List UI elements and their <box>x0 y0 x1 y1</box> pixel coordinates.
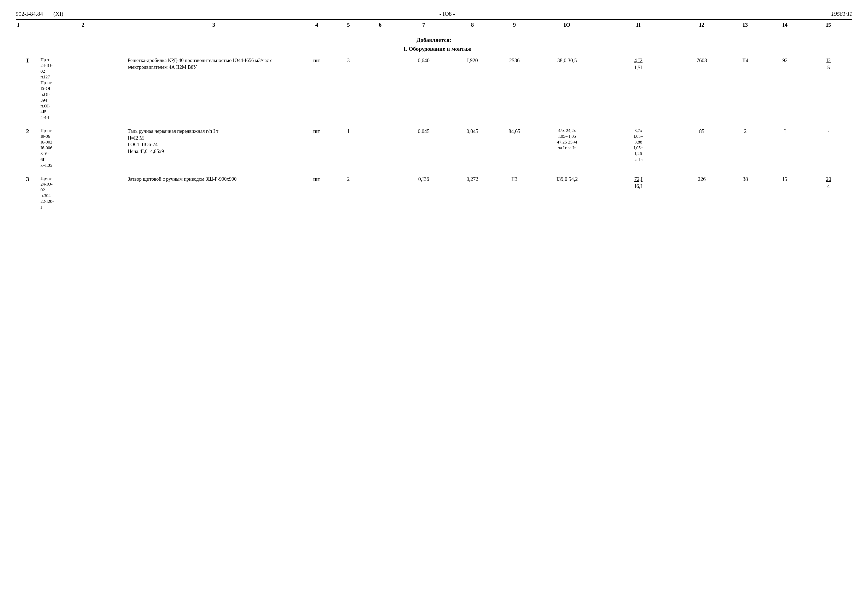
doc-number: 19581·11 <box>831 11 852 17</box>
desc-3: Затвор щитовой с ручным приводом ЗЩ-Р-90… <box>127 174 301 212</box>
subsection-header-text: I. Оборудование и монтаж <box>16 44 852 56</box>
col9-1: 2536 <box>493 56 535 122</box>
col-header-10: IO <box>535 20 599 30</box>
col13-1: II4 <box>726 56 765 122</box>
col-header-2: 2 <box>39 20 127 30</box>
page-number: - IO8 - <box>440 11 455 17</box>
section-header-row: Добавляется: <box>16 30 852 44</box>
qty-2: I <box>333 126 364 170</box>
col11-3: 72,II6,I <box>599 174 678 212</box>
col-header-9: 9 <box>493 20 535 30</box>
unit-2: шт <box>301 126 333 170</box>
col9-2: 84,65 <box>493 126 535 170</box>
col10-1: 38,0 30,5 <box>535 56 599 122</box>
section-header-text: Добавляется: <box>16 30 852 44</box>
col7-2: 0.045 <box>396 126 451 170</box>
col11-2: 3,7х I,05= 3,88 I,05= I,26 за I т <box>599 126 678 170</box>
col12-2: 85 <box>678 126 726 170</box>
main-table: I 2 3 4 5 6 7 8 9 IO II I2 I3 I4 I5 Доба… <box>16 19 852 212</box>
subsection-header-row: I. Оборудование и монтаж <box>16 44 852 56</box>
unit-3: шт <box>301 174 333 212</box>
col8-2: 0,045 <box>451 126 494 170</box>
desc-2: Таль ручная червячная передвижная г/п I … <box>127 126 301 170</box>
desc-1: Решетка-дробилка КРД-40 производительнос… <box>127 56 301 122</box>
spacer-row-2 <box>16 170 852 174</box>
col15-2: - <box>805 126 852 170</box>
table-row: 2 Пр-нтI9-06I6-002I6-0063-У-6IIк=I,05 Та… <box>16 126 852 170</box>
col15-3: 20 4 <box>805 174 852 212</box>
col12-3: 226 <box>678 174 726 212</box>
col-header-4: 4 <box>301 20 333 30</box>
col7-1: 0,640 <box>396 56 451 122</box>
header-left: 902-I-84.84 (XI) <box>16 11 63 17</box>
col14-3: I5 <box>765 174 805 212</box>
table-row: 3 Пр-нт24-IO-02п.30422-I20-I Затвор щито… <box>16 174 852 212</box>
row-num-1: I <box>16 56 39 122</box>
col-header-14: I4 <box>765 20 805 30</box>
qty-3: 2 <box>333 174 364 212</box>
spacer-row-1 <box>16 122 852 126</box>
col-header-1: I <box>16 20 39 30</box>
unit-1: шт <box>301 56 333 122</box>
col13-2: 2 <box>726 126 765 170</box>
col-header-3: 3 <box>127 20 301 30</box>
col10-3: I39,0 54,2 <box>535 174 599 212</box>
col6-2 <box>364 126 396 170</box>
ref-1: Пр-т24-IO-02п.I27Пр-нтI5-OIп.OI-394п.OI-… <box>39 56 127 122</box>
doc-code: 902-I-84.84 <box>16 11 43 17</box>
col-header-6: 6 <box>364 20 396 30</box>
col-header-5: 5 <box>333 20 364 30</box>
col7-3: 0,I36 <box>396 174 451 212</box>
col12-1: 7608 <box>678 56 726 122</box>
table-row: I Пр-т24-IO-02п.I27Пр-нтI5-OIп.OI-394п.O… <box>16 56 852 122</box>
ref-2: Пр-нтI9-06I6-002I6-0063-У-6IIк=I,05 <box>39 126 127 170</box>
col14-1: 92 <box>765 56 805 122</box>
col-header-11: II <box>599 20 678 30</box>
doc-section: (XI) <box>53 11 63 17</box>
col-header-13: I3 <box>726 20 765 30</box>
col8-3: 0,272 <box>451 174 494 212</box>
col14-2: I <box>765 126 805 170</box>
col6-1 <box>364 56 396 122</box>
col-header-12: I2 <box>678 20 726 30</box>
ref-3: Пр-нт24-IO-02п.30422-I20-I <box>39 174 127 212</box>
col13-3: 38 <box>726 174 765 212</box>
col-header-7: 7 <box>396 20 451 30</box>
col15-1: I2 5 <box>805 56 852 122</box>
column-headers: I 2 3 4 5 6 7 8 9 IO II I2 I3 I4 I5 <box>16 20 852 30</box>
col11-1: 4,I2I,5I <box>599 56 678 122</box>
page-header: 902-I-84.84 (XI) - IO8 - 19581·11 <box>16 11 852 17</box>
col-header-15: I5 <box>805 20 852 30</box>
row-num-3: 3 <box>16 174 39 212</box>
col10-2: 45х 24,2х I,05= I,05 47,25 25,4I за Iт з… <box>535 126 599 170</box>
col-header-8: 8 <box>451 20 494 30</box>
col8-1: I,920 <box>451 56 494 122</box>
col9-3: II3 <box>493 174 535 212</box>
row-num-2: 2 <box>16 126 39 170</box>
col6-3 <box>364 174 396 212</box>
qty-1: 3 <box>333 56 364 122</box>
